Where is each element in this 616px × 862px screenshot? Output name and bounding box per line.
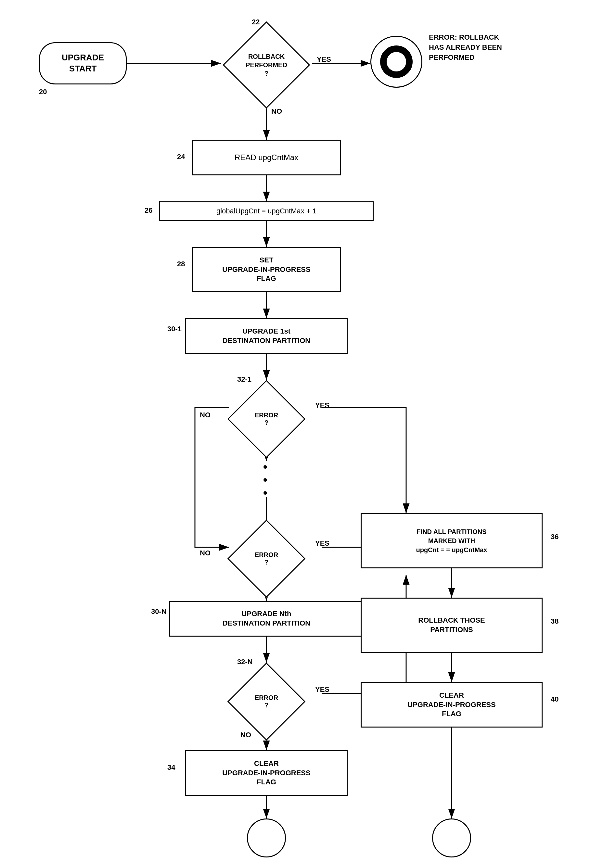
dots-2: •: [263, 474, 267, 486]
upgrade-1st-node: UPGRADE 1st DESTINATION PARTITION: [185, 318, 347, 354]
rollback-partitions-label: ROLLBACK THOSE PARTITIONS: [418, 616, 485, 634]
find-partitions-label: FIND ALL PARTITIONS MARKED WITH upgCnt =…: [416, 527, 487, 554]
error-n-label: ERROR ?: [247, 694, 286, 709]
error-1-diamond: ERROR ?: [224, 377, 309, 461]
no-label-rollback: NO: [271, 107, 282, 116]
upgrade-1st-label: UPGRADE 1st DESTINATION PARTITION: [223, 327, 311, 345]
upgrade-nth-label: UPGRADE Nth DESTINATION PARTITION: [223, 609, 311, 628]
yes-label-errorn: YES: [315, 685, 330, 694]
rollback-partitions-node: ROLLBACK THOSE PARTITIONS: [361, 598, 542, 653]
flowchart-diagram: UPGRADE START 20 ROLLBACK PERFORMED ? 22…: [0, 0, 616, 862]
find-partitions-node: FIND ALL PARTITIONS MARKED WITH upgCnt =…: [361, 513, 542, 568]
error-rollback-text: ERROR: ROLLBACK HAS ALREADY BEEN PERFORM…: [429, 33, 552, 62]
ref-30-1: 30-1: [167, 325, 182, 333]
ref-20: 20: [39, 88, 47, 96]
clear-flag-right-label: CLEAR UPGRADE-IN-PROGRESS FLAG: [407, 691, 495, 719]
dots-3: •: [263, 487, 267, 499]
ref-26: 26: [145, 206, 152, 215]
no-label-error1: NO: [200, 411, 211, 419]
yes-label-rollback: YES: [317, 55, 331, 64]
ref-38: 38: [551, 617, 558, 626]
rollback-performed-label: ROLLBACK PERFORMED ?: [240, 52, 292, 78]
clear-flag-left-label: CLEAR UPGRADE-IN-PROGRESS FLAG: [222, 759, 310, 787]
error-dots-label: ERROR ?: [247, 551, 286, 566]
rollback-performed-diamond: ROLLBACK PERFORMED ?: [221, 19, 312, 110]
clear-flag-left-node: CLEAR UPGRADE-IN-PROGRESS FLAG: [185, 750, 347, 796]
set-flag-label: SET UPGRADE-IN-PROGRESS FLAG: [222, 256, 310, 284]
no-label-dots: NO: [200, 549, 211, 557]
error-1-label: ERROR ?: [247, 411, 286, 427]
dots-1: •: [263, 461, 267, 473]
ref-22: 22: [252, 18, 259, 26]
circle-inner-white: [387, 52, 406, 71]
set-flag-node: SET UPGRADE-IN-PROGRESS FLAG: [192, 247, 341, 292]
clear-flag-right-node: CLEAR UPGRADE-IN-PROGRESS FLAG: [361, 682, 542, 727]
error-dots-diamond: ERROR ?: [224, 517, 309, 601]
success-circle: [247, 818, 286, 857]
ref-40: 40: [551, 695, 558, 703]
ref-30-n: 30-N: [151, 608, 167, 616]
yes-label-dots: YES: [315, 539, 330, 548]
ref-32-1: 32-1: [237, 375, 251, 383]
ref-34: 34: [167, 763, 175, 772]
yes-label-error1: YES: [315, 401, 330, 410]
ref-32-n: 32-N: [237, 658, 253, 666]
upgrade-nth-node: UPGRADE Nth DESTINATION PARTITION: [169, 601, 364, 637]
global-upgcnt-node: globalUpgCnt = upgCntMax + 1: [159, 201, 374, 221]
circle-filled-inner: [380, 46, 413, 78]
global-upgcnt-label: globalUpgCnt = upgCntMax + 1: [216, 207, 316, 216]
error-rollback-circle: [370, 36, 423, 88]
ref-36: 36: [551, 533, 558, 541]
error-n-diamond: ERROR ?: [224, 659, 309, 744]
ref-28: 28: [177, 260, 185, 268]
ref-24: 24: [177, 153, 185, 161]
error-finish-circle: [432, 818, 471, 857]
read-upgcntmax-node: READ upgCntMax: [192, 140, 341, 175]
read-upgcntmax-label: READ upgCntMax: [234, 152, 298, 162]
no-label-errorn: NO: [240, 731, 251, 739]
upgrade-start-label: UPGRADE START: [62, 52, 104, 74]
upgrade-start-node: UPGRADE START: [39, 42, 127, 85]
